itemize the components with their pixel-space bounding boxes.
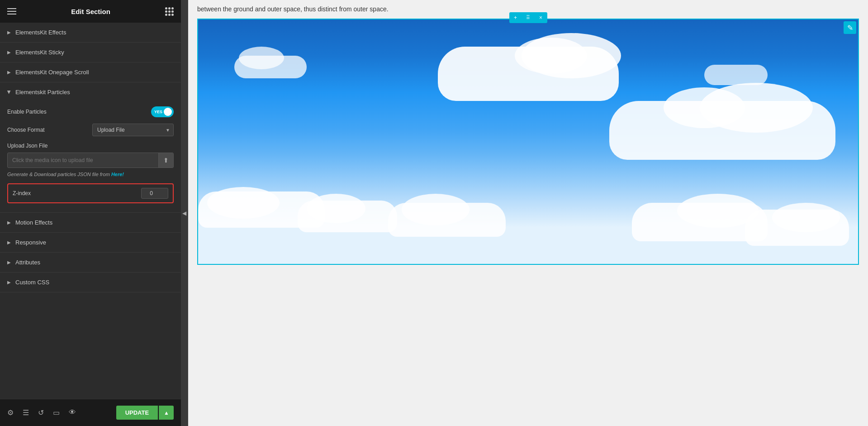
- accordion-header-elementskit-effects[interactable]: ▶ ElementsKit Effects: [0, 23, 181, 42]
- accordion-header-elementskit-onepage[interactable]: ▶ ElementsKit Onepage Scroll: [0, 62, 181, 82]
- upload-json-label: Upload Json File: [7, 143, 174, 149]
- cloud-small-2: [704, 65, 768, 85]
- accordion-label-elementskit-sticky: ElementsKit Sticky: [15, 49, 64, 56]
- hamburger-menu-icon[interactable]: [7, 8, 16, 14]
- cloud-4-top: [307, 194, 365, 223]
- accordion-label-motion-effects: Motion Effects: [15, 219, 52, 226]
- accordion-label-elementskit-onepage: ElementsKit Onepage Scroll: [15, 69, 89, 76]
- accordion-custom-css: ▶ Custom CSS: [0, 273, 181, 292]
- panel-footer: ⚙ ☰ ↺ ▭ 👁 UPDATE ▲: [0, 399, 181, 426]
- panel-body: ▶ ElementsKit Effects ▶ ElementsKit Stic…: [0, 23, 181, 399]
- chevron-icon: ▶: [7, 280, 11, 285]
- chevron-icon: ▶: [7, 220, 11, 225]
- section-container: + ⠿ × ✎: [197, 19, 859, 265]
- update-btn-wrapper: UPDATE ▲: [116, 406, 174, 420]
- section-add-button[interactable]: +: [509, 12, 522, 23]
- choose-format-select-wrapper: Upload File Default: [92, 124, 174, 136]
- chevron-icon: ▶: [7, 30, 11, 35]
- accordion-attributes: ▶ Attributes: [0, 253, 181, 273]
- upload-json-input[interactable]: [8, 153, 158, 167]
- cloud-small-1-top: [239, 47, 284, 69]
- settings-icon[interactable]: ⚙: [7, 408, 14, 417]
- accordion-label-attributes: Attributes: [15, 259, 40, 266]
- accordion-label-responsive: Responsive: [15, 239, 46, 246]
- cloud-1-left: [515, 38, 587, 74]
- accordion-label-elementskit-effects: ElementsKit Effects: [15, 29, 66, 36]
- generate-here-link[interactable]: Here!: [111, 172, 124, 177]
- section-drag-button[interactable]: ⠿: [522, 12, 535, 23]
- toggle-yes-label: YES: [154, 110, 162, 114]
- zindex-wrapper: Z-index: [7, 183, 174, 203]
- particles-accordion-body: Enable Particles YES Choose Format Uploa…: [0, 102, 181, 212]
- eye-icon[interactable]: 👁: [69, 408, 76, 417]
- cloud-5-top: [402, 194, 470, 225]
- left-panel: Edit Section ▶ ElementsKit Effects ▶ Ele…: [0, 0, 181, 426]
- cloud-2-left: [664, 87, 745, 128]
- accordion-elementskit-particles: ▶ Elementskit Particles Enable Particles…: [0, 82, 181, 213]
- chevron-icon: ▶: [7, 91, 12, 94]
- layers-icon[interactable]: ☰: [23, 408, 29, 417]
- enable-particles-row: Enable Particles YES: [7, 106, 174, 117]
- accordion-responsive: ▶ Responsive: [0, 233, 181, 253]
- section-close-button[interactable]: ×: [535, 12, 547, 23]
- accordion-elementskit-sticky: ▶ ElementsKit Sticky: [0, 43, 181, 62]
- section-toolbar: + ⠿ ×: [509, 12, 547, 23]
- accordion-header-motion-effects[interactable]: ▶ Motion Effects: [0, 213, 181, 232]
- zindex-label: Z-index: [13, 190, 31, 196]
- chevron-icon: ▶: [7, 50, 11, 55]
- section-edit-icon[interactable]: ✎: [844, 21, 856, 34]
- generate-text-content: Generate & Download particles JSON file …: [7, 172, 110, 177]
- panel-title: Edit Section: [71, 8, 110, 15]
- enable-particles-label: Enable Particles: [7, 109, 47, 115]
- upload-field: ⬆: [7, 153, 174, 168]
- chevron-icon: ▶: [7, 260, 11, 265]
- chevron-icon: ▶: [7, 240, 11, 245]
- cloud-7-top: [772, 203, 840, 232]
- choose-format-row: Choose Format Upload File Default: [7, 124, 174, 136]
- accordion-header-custom-css[interactable]: ▶ Custom CSS: [0, 273, 181, 292]
- accordion-motion-effects: ▶ Motion Effects: [0, 213, 181, 233]
- accordion-header-elementskit-particles[interactable]: ▶ Elementskit Particles: [0, 82, 181, 102]
- upload-json-section: Upload Json File ⬆ Generate & Download p…: [7, 143, 174, 177]
- content-area: between the ground and outer space, thus…: [188, 0, 868, 426]
- accordion-header-attributes[interactable]: ▶ Attributes: [0, 253, 181, 272]
- cloud-3-top: [207, 187, 280, 219]
- sky-image: [198, 19, 858, 264]
- accordion-label-custom-css: Custom CSS: [15, 279, 49, 286]
- footer-icons: ⚙ ☰ ↺ ▭ 👁: [7, 408, 76, 417]
- zindex-input[interactable]: [141, 188, 168, 199]
- update-arrow-button[interactable]: ▲: [159, 406, 174, 420]
- chevron-icon: ▶: [7, 70, 11, 75]
- accordion-elementskit-onepage: ▶ ElementsKit Onepage Scroll: [0, 62, 181, 82]
- panel-header: Edit Section: [0, 0, 181, 23]
- responsive-icon[interactable]: ▭: [53, 408, 60, 417]
- generate-text: Generate & Download particles JSON file …: [7, 172, 174, 177]
- accordion-header-responsive[interactable]: ▶ Responsive: [0, 233, 181, 252]
- accordion-elementskit-effects: ▶ ElementsKit Effects: [0, 23, 181, 43]
- history-icon[interactable]: ↺: [38, 408, 44, 417]
- choose-format-label: Choose Format: [7, 127, 45, 133]
- update-button[interactable]: UPDATE: [116, 406, 158, 420]
- upload-media-button[interactable]: ⬆: [158, 153, 173, 168]
- accordion-header-elementskit-sticky[interactable]: ▶ ElementsKit Sticky: [0, 43, 181, 62]
- enable-particles-toggle[interactable]: YES: [151, 106, 174, 117]
- right-area: between the ground and outer space, thus…: [188, 0, 868, 426]
- collapse-panel-handle[interactable]: ◀: [181, 0, 188, 426]
- choose-format-select[interactable]: Upload File Default: [92, 124, 174, 136]
- accordion-label-elementskit-particles: Elementskit Particles: [15, 89, 70, 96]
- apps-grid-icon[interactable]: [165, 7, 174, 16]
